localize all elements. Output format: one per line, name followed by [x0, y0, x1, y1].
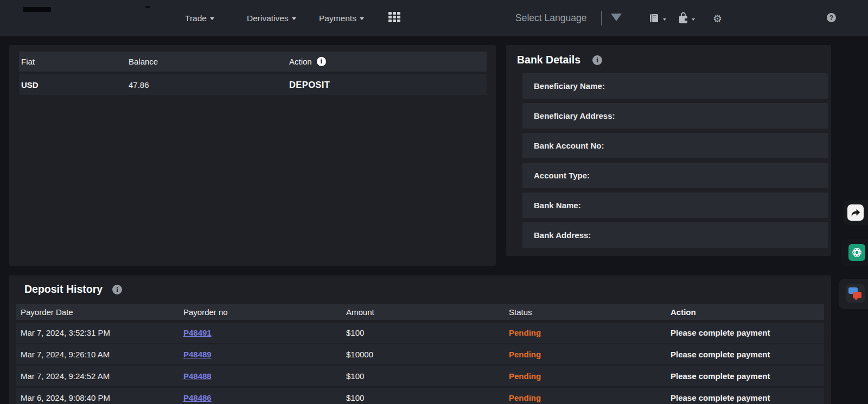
- divider: [601, 11, 602, 25]
- chat-bubbles-extension-icon[interactable]: [846, 284, 865, 303]
- deposit-table-header: Payorder Date Payorder no Amount Status …: [16, 304, 824, 320]
- bank-details-fields: Beneficiary Name: Beneficiary Address: B…: [506, 73, 831, 248]
- fiat-balance-panel: Fiat Balance Action i USD 47.86 DEPOSIT: [9, 45, 496, 266]
- table-row: Mar 6, 2024, 9:08:40 PM P48486 $100 Pend…: [16, 388, 824, 404]
- chevron-down-icon: [360, 17, 364, 20]
- bank-field-bank-address: Bank Address:: [522, 222, 828, 248]
- fiat-header-balance: Balance: [129, 57, 289, 66]
- language-selector[interactable]: Select Language: [515, 0, 586, 36]
- status-badge: Pending: [509, 350, 541, 359]
- fiat-header-fiat: Fiat: [19, 57, 129, 66]
- bank-details-info-icon[interactable]: i: [592, 55, 602, 65]
- table-row: Mar 7, 2024, 9:26:10 AM P48489 $10000 Pe…: [16, 344, 824, 364]
- table-row: Mar 7, 2024, 9:24:52 AM P48488 $100 Pend…: [16, 366, 824, 386]
- bank-field-account-no: Bank Account No:: [522, 133, 828, 158]
- bank-field-label: Beneficiary Address:: [534, 111, 615, 120]
- header-status: Status: [504, 307, 666, 317]
- deposit-history-table: Payorder Date Payorder no Amount Status …: [16, 304, 824, 404]
- bank-field-bank-name: Bank Name:: [522, 193, 828, 218]
- wallet-lock-icon: [678, 12, 689, 24]
- deposit-history-info-icon[interactable]: i: [112, 285, 122, 294]
- cell-payorder-date: Mar 7, 2024, 3:52:31 PM: [16, 328, 178, 337]
- header-payorder-no: Payorder no: [178, 307, 341, 317]
- bank-field-label: Bank Account No:: [534, 141, 604, 150]
- header-payorder-date: Payorder Date: [16, 307, 178, 317]
- fiat-table: Fiat Balance Action i USD 47.86 DEPOSIT: [19, 52, 487, 95]
- nav-menu-derivatives-label: Derivatives: [247, 14, 289, 23]
- openai-knot-icon: [851, 247, 863, 258]
- language-selector-label: Select Language: [515, 12, 586, 24]
- bank-field-label: Account Type:: [534, 171, 590, 180]
- help-glyph: ?: [829, 14, 833, 22]
- cell-amount: $100: [341, 371, 504, 381]
- payorder-link[interactable]: P48489: [183, 350, 212, 359]
- nav-menu-derivatives[interactable]: Derivatives: [247, 0, 296, 36]
- status-badge: Pending: [509, 328, 541, 337]
- cell-action: Please complete payment: [666, 393, 824, 402]
- cell-payorder-date: Mar 6, 2024, 9:08:40 PM: [16, 393, 178, 402]
- cell-amount: $10000: [341, 350, 504, 359]
- header-amount: Amount: [341, 307, 504, 317]
- nav-menu-trade[interactable]: Trade: [185, 0, 214, 36]
- curved-arrow-icon: [850, 208, 861, 217]
- logo-dot: [145, 6, 150, 8]
- settings-gear-icon[interactable]: ⚙: [713, 0, 722, 36]
- nav-menu-payments-label: Payments: [319, 14, 356, 23]
- cell-action: Please complete payment: [666, 350, 824, 359]
- action-info-icon[interactable]: i: [317, 57, 326, 66]
- cell-action: Please complete payment: [666, 328, 824, 337]
- book-icon: [649, 14, 660, 23]
- bank-field-label: Beneficiary Name:: [534, 81, 605, 91]
- fiat-header-action: Action: [289, 57, 312, 66]
- orders-menu[interactable]: [649, 0, 666, 36]
- red-chat-bubble-icon: [853, 292, 861, 298]
- top-navbar: Trade Derivatives Payments Select Langua…: [0, 0, 868, 36]
- fiat-table-header: Fiat Balance Action i: [19, 52, 487, 72]
- nav-menu-payments[interactable]: Payments: [319, 0, 364, 36]
- gear-glyph: ⚙: [713, 12, 722, 24]
- fiat-balance-value: 47.86: [129, 80, 289, 89]
- bank-field-account-type: Account Type:: [522, 163, 828, 188]
- status-badge: Pending: [509, 371, 541, 381]
- cell-action: Please complete payment: [666, 371, 824, 381]
- chevron-down-icon: [292, 17, 296, 20]
- chatgpt-extension-icon[interactable]: [848, 244, 865, 261]
- nav-menu-trade-label: Trade: [185, 14, 207, 23]
- cell-payorder-date: Mar 7, 2024, 9:26:10 AM: [16, 350, 178, 359]
- cell-amount: $100: [341, 328, 504, 337]
- status-badge: Pending: [509, 393, 541, 402]
- cell-amount: $100: [341, 393, 504, 402]
- fiat-table-row: USD 47.86 DEPOSIT: [19, 74, 487, 95]
- help-icon[interactable]: ?: [827, 13, 836, 22]
- chevron-down-icon: [663, 18, 666, 21]
- chevron-down-icon: [210, 17, 214, 20]
- chevron-down-icon: [692, 18, 695, 21]
- language-dropdown-triangle-icon[interactable]: [611, 14, 622, 21]
- payorder-link[interactable]: P48491: [183, 328, 212, 337]
- bank-field-beneficiary-address: Beneficiary Address:: [522, 103, 828, 129]
- deposit-history-title: Deposit History: [24, 283, 103, 296]
- share-arrow-icon[interactable]: [847, 204, 864, 221]
- bank-details-title: Bank Details: [517, 54, 580, 66]
- bank-details-panel: Bank Details i Beneficiary Name: Benefic…: [506, 45, 831, 256]
- table-row: Mar 7, 2024, 3:52:31 PM P48491 $100 Pend…: [16, 323, 824, 343]
- bank-field-label: Bank Address:: [534, 230, 591, 240]
- cell-payorder-date: Mar 7, 2024, 9:24:52 AM: [16, 371, 178, 381]
- wallet-menu[interactable]: [678, 0, 695, 36]
- payorder-link[interactable]: P48488: [183, 371, 212, 381]
- bank-field-label: Bank Name:: [534, 201, 581, 210]
- header-action: Action: [666, 307, 824, 317]
- apps-grid-icon[interactable]: [388, 12, 401, 24]
- bank-field-beneficiary-name: Beneficiary Name:: [522, 73, 828, 99]
- brand-logo: [23, 7, 51, 12]
- fiat-currency: USD: [19, 80, 129, 89]
- deposit-history-panel: Deposit History i Payorder Date Payorder…: [9, 275, 831, 404]
- deposit-button[interactable]: DEPOSIT: [289, 80, 330, 90]
- payorder-link[interactable]: P48486: [183, 393, 212, 402]
